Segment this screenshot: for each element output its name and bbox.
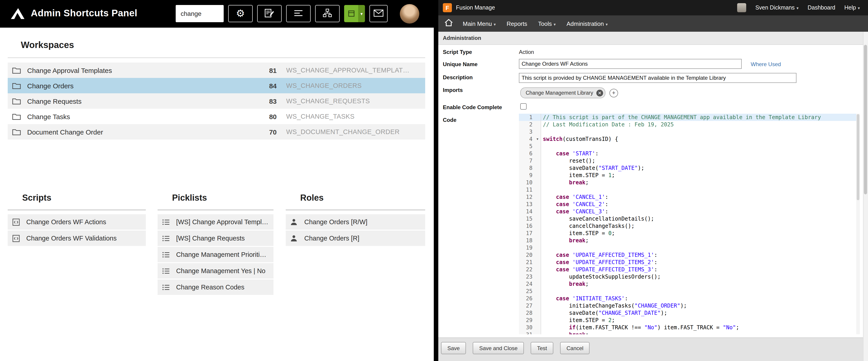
cancel-button[interactable]: Cancel xyxy=(560,342,590,354)
shortcut-item[interactable]: Change Orders [R] xyxy=(286,231,425,246)
user-avatar[interactable] xyxy=(400,4,419,24)
fold-marker xyxy=(534,143,541,150)
shortcut-item[interactable]: [WS] Change Requests xyxy=(158,231,274,246)
code-text: case 'CANCEL_1': xyxy=(541,193,608,201)
vertical-scrollbar[interactable] xyxy=(863,32,868,361)
nav-reports[interactable]: Reports xyxy=(501,20,533,27)
code-line[interactable]: 27 initiateChangeTasks("CHANGE_ORDER"); xyxy=(519,302,860,309)
fold-marker xyxy=(534,244,541,251)
code-line[interactable]: 31 break; xyxy=(519,331,860,334)
settings-button[interactable]: ⚙ xyxy=(228,5,253,22)
user-menu[interactable]: Sven Dickmans▾ xyxy=(755,4,799,11)
unique-name-input[interactable] xyxy=(519,59,742,69)
workspace-row[interactable]: Change Orders84WS_CHANGE_ORDERS xyxy=(8,78,425,93)
code-line[interactable]: 26 case 'INITIATE_TASKS': xyxy=(519,295,860,302)
top-right-menu: Sven Dickmans▾ Dashboard Help▾ xyxy=(737,3,860,12)
code-line[interactable]: 29 item.STEP = 2; xyxy=(519,317,860,324)
scrollbar-thumb[interactable] xyxy=(864,45,867,194)
test-button[interactable]: Test xyxy=(531,342,553,354)
code-line[interactable]: 19 xyxy=(519,244,860,251)
workspace-row[interactable]: Change Approval Templates81WS_CHANGE_APP… xyxy=(8,62,425,78)
enable-code-complete-checkbox[interactable] xyxy=(520,103,527,110)
shortcut-item[interactable]: Change Reason Codes xyxy=(158,279,274,295)
nav-main-menu[interactable]: Main Menu▾ xyxy=(457,20,501,27)
mail-button[interactable] xyxy=(370,5,388,22)
role-icon xyxy=(290,234,299,242)
code-editor[interactable]: 1// This script is part of the CHANGE MA… xyxy=(519,114,860,334)
nav-tools[interactable]: Tools▾ xyxy=(533,20,561,27)
code-line[interactable]: 12 case 'CANCEL_1': xyxy=(519,193,860,201)
brand-name: Fusion Manage xyxy=(456,4,495,11)
code-line[interactable]: 10 break; xyxy=(519,179,860,186)
code-line[interactable]: 9 item.STEP = 1; xyxy=(519,172,860,179)
workspace-row[interactable]: Document Change Order70WS_DOCUMENT_CHANG… xyxy=(8,124,425,140)
editor-scrollbar-thumb[interactable] xyxy=(857,114,859,200)
home-button[interactable] xyxy=(440,19,457,28)
where-used-link[interactable]: Where Used xyxy=(751,61,781,67)
code-line[interactable]: 11 xyxy=(519,186,860,193)
workflow-button[interactable] xyxy=(315,5,340,22)
fold-marker xyxy=(534,237,541,244)
line-number: 9 xyxy=(519,172,534,179)
code-line[interactable]: 14 case 'CANCEL_3': xyxy=(519,208,860,215)
code-label: Code xyxy=(443,117,457,123)
code-line[interactable]: 13 case 'CANCEL_2': xyxy=(519,201,860,208)
workspace-system-name: WS_CHANGE_ORDERS xyxy=(286,82,362,89)
workspace-row[interactable]: Change Requests83WS_CHANGE_REQUESTS xyxy=(8,93,425,109)
save-button[interactable]: Save xyxy=(441,342,466,354)
code-line[interactable]: 2// Last Modification Date : Feb 19, 202… xyxy=(519,121,860,128)
save-and-close-button[interactable]: Save and Close xyxy=(473,342,524,354)
fold-marker[interactable]: ▾ xyxy=(534,136,541,143)
dashboard-link[interactable]: Dashboard xyxy=(808,4,835,11)
code-line[interactable]: 22 case 'UPDATE_AFFECTED_ITEMS_3': xyxy=(519,266,860,273)
editor-scrollbar[interactable] xyxy=(856,114,860,334)
code-line[interactable]: 30 if(item.FAST_TRACK !== "No") item.FAS… xyxy=(519,324,860,331)
unique-name-label: Unique Name xyxy=(443,61,477,67)
user-avatar-small[interactable] xyxy=(737,3,746,12)
search-input[interactable] xyxy=(176,5,224,22)
shortcut-item[interactable]: Change Orders WF Actions xyxy=(8,214,146,230)
code-line[interactable]: 23 updateStockSuppliesOrders(); xyxy=(519,273,860,280)
main-nav: Main Menu▾ Reports Tools▾ Administration… xyxy=(438,16,868,32)
import-chip[interactable]: Change Management Library ✕ xyxy=(520,87,606,98)
divider xyxy=(8,210,146,210)
help-menu[interactable]: Help▾ xyxy=(844,4,860,11)
code-line[interactable]: 25 xyxy=(519,288,860,295)
shortcut-item[interactable]: Change Management Prioriti… xyxy=(158,247,274,262)
code-line[interactable]: 8 saveDate("START_DATE"); xyxy=(519,164,860,172)
remove-import-button[interactable]: ✕ xyxy=(596,89,603,96)
line-number: 31 xyxy=(519,331,534,334)
code-line[interactable]: 6 case 'START': xyxy=(519,150,860,157)
code-line[interactable]: 17 item.STEP = 0; xyxy=(519,230,860,237)
code-line[interactable]: 7 reset(); xyxy=(519,157,860,164)
code-text xyxy=(541,288,543,295)
workspace-row[interactable]: Change Tasks80WS_CHANGE_TASKS xyxy=(8,109,425,124)
add-import-button[interactable]: + xyxy=(610,89,618,97)
list-button[interactable] xyxy=(286,5,311,22)
fold-marker xyxy=(534,150,541,157)
line-number: 18 xyxy=(519,237,534,244)
code-line[interactable]: 21 case 'UPDATE_AFFECTED_ITEMS_2': xyxy=(519,259,860,266)
code-line[interactable]: 1// This script is part of the CHANGE MA… xyxy=(519,114,860,121)
code-line[interactable]: 24 break; xyxy=(519,280,860,288)
shortcut-item[interactable]: Change Orders [R/W] xyxy=(286,214,425,230)
description-input[interactable] xyxy=(519,73,797,83)
shortcut-item[interactable]: Change Management Yes | No xyxy=(158,263,274,278)
nav-administration[interactable]: Administration▾ xyxy=(561,20,613,27)
fold-marker xyxy=(534,317,541,324)
shortcut-item[interactable]: [WS] Change Approval Templ… xyxy=(158,214,274,230)
code-line[interactable]: 4▾switch(customTransID) { xyxy=(519,136,860,143)
code-line[interactable]: 16 cancelChangeTasks(); xyxy=(519,222,860,230)
shortcut-item[interactable]: Change Orders WF Validations xyxy=(8,231,146,246)
code-line[interactable]: 5 xyxy=(519,143,860,150)
code-line[interactable]: 28 saveDate("CHANGE_START_DATE"); xyxy=(519,309,860,317)
code-line[interactable]: 3 xyxy=(519,128,860,136)
code-line[interactable]: 15 saveCancellationDetails(); xyxy=(519,215,860,222)
code-line[interactable]: 20 case 'UPDATE_AFFECTED_ITEMS_1': xyxy=(519,251,860,259)
desktop: Admin Shortcuts Panel ⚙ ▾ xyxy=(0,0,868,361)
edit-script-button[interactable] xyxy=(257,5,282,22)
code-line[interactable]: 18 break; xyxy=(519,237,860,244)
create-split-button[interactable]: ▾ xyxy=(344,5,365,22)
chevron-down-icon: ▾ xyxy=(494,22,496,27)
divider xyxy=(158,210,274,210)
